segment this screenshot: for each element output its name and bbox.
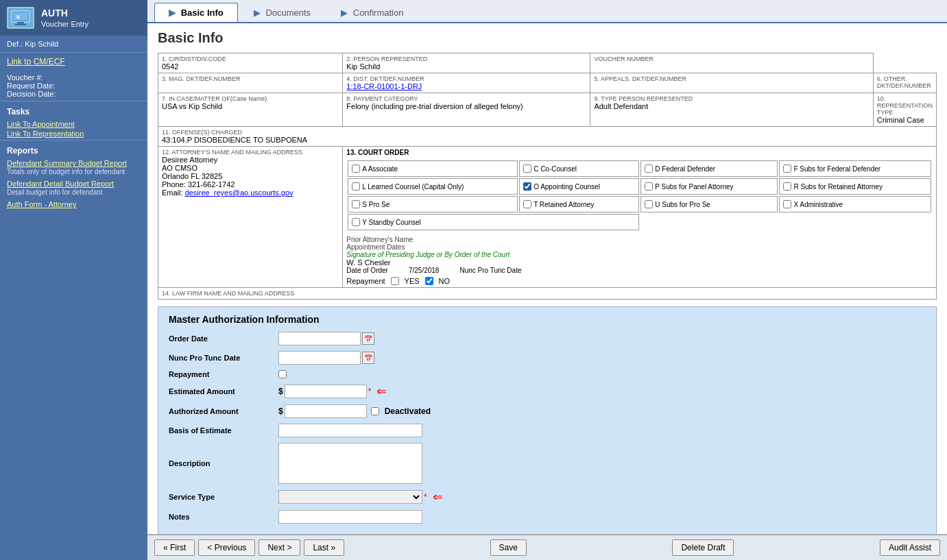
field7-label: 7. IN CASE/MATTER OF(Case Name) bbox=[162, 95, 339, 102]
checkbox-u[interactable] bbox=[645, 200, 653, 208]
checkbox-s[interactable] bbox=[352, 200, 360, 208]
prior-attorney-info: Prior Attorney's Name Appointment Dates … bbox=[346, 236, 933, 285]
defendant-detail-report-link[interactable]: Defendant Detail Budget Report bbox=[7, 179, 141, 188]
checkbox-c[interactable] bbox=[523, 165, 531, 173]
estimated-arrow-icon: ⇐ bbox=[376, 384, 387, 399]
defendant-summary-report-item[interactable]: Defendant Summary Budget Report Totals o… bbox=[7, 158, 141, 175]
tab-basic-info[interactable]: ▶ Basic Info bbox=[154, 3, 238, 22]
order-date-row: Order Date 📅 bbox=[169, 332, 926, 345]
tab-documents[interactable]: ▶ Documents bbox=[239, 3, 325, 22]
signature-label: Signature of Presiding Judge or By Order… bbox=[346, 251, 933, 258]
defendant-detail-report-desc: Detail budget info for defendant bbox=[7, 188, 141, 196]
repayment-no-checkbox[interactable] bbox=[425, 277, 433, 285]
checkbox-a[interactable] bbox=[352, 165, 360, 173]
repayment-row: Repayment YES NO bbox=[346, 277, 933, 285]
basis-of-estimate-label: Basis of Estimate bbox=[169, 426, 278, 435]
service-type-arrow-icon: ⇐ bbox=[433, 489, 443, 504]
field1-label: 1. CIR/DIST/DIV.CODE bbox=[162, 56, 339, 62]
sidebar-item-link-appointment[interactable]: Link To Appointment bbox=[7, 119, 141, 129]
repayment-master-label: Repayment bbox=[169, 370, 278, 378]
field9-label: 9. TYPE PERSON REPRESENTED bbox=[594, 95, 869, 102]
checkbox-r[interactable] bbox=[783, 182, 791, 191]
tasks-title: Tasks bbox=[7, 107, 141, 117]
field10-label: 10. REPRESENTATION TYPE bbox=[877, 95, 933, 116]
field4-value[interactable]: 1:18-CR-01001-1-DRJ bbox=[346, 82, 422, 90]
repayment-no-label: NO bbox=[439, 277, 451, 285]
auth-form-attorney-item[interactable]: Auth Form - Attorney bbox=[7, 199, 141, 209]
authorized-amount-input[interactable] bbox=[285, 404, 367, 418]
reports-title: Reports bbox=[7, 146, 141, 156]
field10-value: Criminal Case bbox=[877, 116, 924, 124]
svg-rect-1 bbox=[17, 22, 24, 24]
checkbox-d[interactable] bbox=[645, 165, 653, 173]
sidebar-item-link-representation[interactable]: Link To Representation bbox=[7, 129, 141, 138]
link-to-appointment[interactable]: Link To Appointment bbox=[7, 119, 141, 129]
link-to-representation[interactable]: Link To Representation bbox=[7, 129, 141, 138]
estimated-amount-input[interactable] bbox=[285, 385, 367, 398]
repayment-yes-checkbox[interactable] bbox=[391, 277, 399, 285]
delete-draft-button[interactable]: Delete Draft bbox=[672, 539, 734, 556]
checkbox-l[interactable] bbox=[352, 182, 360, 191]
notes-input[interactable] bbox=[278, 510, 422, 524]
app-sub-label: Voucher Entry bbox=[41, 19, 88, 29]
defendant-detail-report-item[interactable]: Defendant Detail Budget Report Detail bu… bbox=[7, 179, 141, 196]
auth-form-attorney-link[interactable]: Auth Form - Attorney bbox=[7, 199, 141, 209]
notes-label: Notes bbox=[169, 513, 278, 521]
svg-rect-2 bbox=[15, 24, 26, 25]
appointment-dates-label: Appointment Dates bbox=[346, 243, 933, 251]
tab-documents-label: Documents bbox=[265, 8, 311, 18]
deactivated-checkbox[interactable] bbox=[371, 407, 379, 415]
estimated-amount-row: Estimated Amount $ * ⇐ bbox=[169, 384, 926, 399]
court-order-label: 13. COURT ORDER bbox=[346, 149, 933, 156]
tab-arrow-documents: ▶ bbox=[254, 8, 261, 18]
prior-attorney-label: Prior Attorney's Name bbox=[346, 236, 933, 243]
field12-email: Email: desiree_reyes@ao.uscourts.gov bbox=[162, 188, 339, 197]
master-auth-title: Master Authorization Information bbox=[169, 314, 926, 325]
link-cm-ecf[interactable]: Link to CM/ECF bbox=[7, 57, 65, 66]
nunc-pro-tunc-row: Nunc Pro Tunc Date 📅 bbox=[169, 351, 926, 365]
decision-date-label: Decision Date: bbox=[7, 90, 141, 98]
app-name-label: AUTH bbox=[41, 7, 88, 19]
repayment-master-checkbox[interactable] bbox=[278, 370, 287, 378]
reports-section: Reports Defendant Summary Budget Report … bbox=[0, 140, 147, 210]
order-date-input[interactable] bbox=[278, 332, 361, 345]
previous-button[interactable]: < Previous bbox=[198, 539, 255, 556]
defendant-summary-report-link[interactable]: Defendant Summary Budget Report bbox=[7, 158, 141, 168]
field11-value: 43:104.P DISOBEDIENCE TO SUBPOENA bbox=[162, 136, 307, 144]
nunc-pro-tunc-calendar-icon[interactable]: 📅 bbox=[362, 352, 374, 364]
monitor-icon: 🖥 bbox=[7, 7, 34, 29]
master-auth-section: Master Authorization Information Order D… bbox=[158, 306, 937, 534]
audit-assist-button[interactable]: Audit Assist bbox=[880, 539, 940, 556]
nunc-pro-tunc-label: Nunc Pro Tunc Date bbox=[459, 267, 521, 274]
tab-confirmation-label: Confirmation bbox=[353, 8, 404, 18]
link-cm-ecf-container: Link to CM/ECF bbox=[0, 53, 147, 71]
first-button[interactable]: « First bbox=[154, 539, 195, 556]
repayment-text: Repayment bbox=[346, 277, 385, 285]
next-button[interactable]: Next > bbox=[259, 539, 300, 556]
checkbox-y[interactable] bbox=[352, 218, 360, 226]
notes-row: Notes bbox=[169, 510, 926, 524]
field3-label: 3. MAG. DKT/DEF.NUMBER bbox=[162, 75, 339, 82]
date-row: Date of Order 7/25/2018 Nunc Pro Tunc Da… bbox=[346, 267, 933, 274]
basis-of-estimate-input[interactable] bbox=[278, 424, 422, 437]
checkbox-x[interactable] bbox=[783, 200, 791, 208]
authorized-amount-label: Authorized Amount bbox=[169, 407, 278, 415]
checkbox-p-panel[interactable] bbox=[645, 182, 653, 191]
field12-email-link[interactable]: desiree_reyes@ao.uscourts.gov bbox=[185, 188, 293, 197]
checkbox-f[interactable] bbox=[783, 165, 791, 173]
deactivated-label: Deactivated bbox=[385, 406, 431, 416]
description-textarea[interactable] bbox=[278, 443, 422, 484]
tabs-bar: ▶ Basic Info ▶ Documents ▶ Confirmation bbox=[147, 0, 947, 23]
authorized-dollar-sign: $ bbox=[278, 406, 283, 416]
nunc-pro-tunc-date-input[interactable] bbox=[278, 351, 361, 365]
checkbox-o[interactable] bbox=[523, 182, 531, 191]
repayment-master-row: Repayment bbox=[169, 370, 926, 378]
field4-label: 4. DIST. DKT/DEF.NUMBER bbox=[346, 75, 586, 82]
save-button[interactable]: Save bbox=[490, 539, 527, 556]
tab-basic-info-label: Basic Info bbox=[181, 8, 224, 18]
checkbox-t[interactable] bbox=[523, 200, 531, 208]
tab-confirmation[interactable]: ▶ Confirmation bbox=[326, 3, 418, 22]
order-date-calendar-icon[interactable]: 📅 bbox=[362, 332, 374, 345]
service-type-select[interactable] bbox=[278, 490, 422, 504]
last-button[interactable]: Last » bbox=[304, 539, 344, 556]
